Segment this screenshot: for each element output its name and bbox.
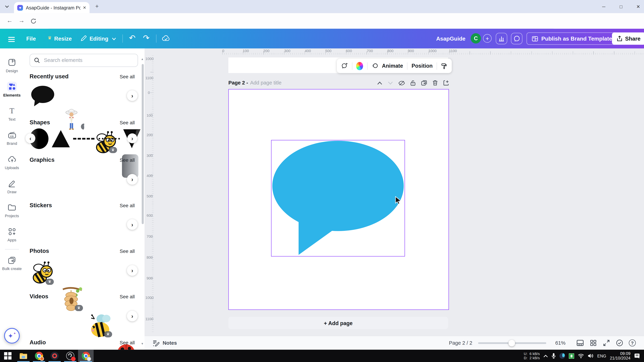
window-maximize-button[interactable]: □ [618,3,624,10]
speaker-icon[interactable] [588,354,594,358]
recently-used-next-button[interactable]: › [127,90,138,101]
sidebar-item-brand[interactable]: co Brand [0,130,24,146]
lock-page-icon[interactable] [410,80,416,86]
see-all-link[interactable]: See all [120,248,135,254]
paint-roller-icon[interactable] [441,62,447,70]
sidebar-item-elements[interactable]: Elements [0,82,24,97]
microphone-icon[interactable] [552,353,556,359]
sidebar-item-apps[interactable]: Apps [0,227,24,242]
animate-button[interactable]: Animate [382,63,403,69]
panel-scroll-down-icon[interactable]: ▼ [141,342,144,345]
see-all-link[interactable]: See all [120,157,135,163]
animate-icon[interactable] [372,62,378,69]
canvas-area[interactable]: 0 100 200 300 400 500 600 700 800 900 10… [144,48,644,336]
project-name[interactable]: AsapGuide [436,36,465,42]
new-tab-button[interactable]: + [95,3,98,9]
graphic-bee[interactable]: ♛ [30,260,55,286]
sidebar-item-uploads[interactable]: Uploads [0,154,24,170]
nightlight-icon[interactable] [560,353,565,359]
sidebar-item-draw[interactable]: Draw [0,179,24,194]
red-app-button[interactable] [47,350,62,362]
delete-page-icon[interactable] [432,80,438,86]
zoom-slider[interactable] [478,342,546,344]
pages-view-button[interactable] [576,339,584,347]
graphics-next-button[interactable]: › [127,174,138,185]
window-minimize-button[interactable]: ─ [600,3,607,10]
file-menu[interactable]: File [26,36,36,42]
shape-dotted-line[interactable] [98,138,120,141]
window-close-button[interactable]: ✕ [635,3,642,10]
ai-assistant-button[interactable]: ✦ ✦ [4,328,20,344]
search-input[interactable] [43,57,127,64]
graphic-bee-blue-wings[interactable]: ♛ [88,312,114,339]
add-page-icon[interactable] [443,80,449,86]
user-avatar[interactable]: C [471,33,481,43]
chrome-active-button[interactable] [78,350,94,362]
tray-expand-icon[interactable] [544,355,548,357]
sidebar-item-bulk-create[interactable]: Bulk create [0,255,24,271]
browser-tab[interactable]: ♥ AsapGuide - Instagram Post ✕ [14,2,90,13]
add-comment-icon[interactable] [342,62,348,69]
hide-page-icon[interactable] [398,80,405,86]
back-icon[interactable]: ← [7,17,13,24]
stickers-next-button[interactable]: › [127,219,138,230]
projects-folder-icon [8,204,16,211]
add-member-button[interactable]: + [483,34,492,43]
color-picker-icon[interactable] [356,62,363,70]
editing-mode-menu[interactable]: Editing [90,36,108,42]
publish-brand-template-button[interactable]: Publish as Brand Template [526,32,618,44]
clock[interactable]: 09:09 21/10/2024 [610,351,630,361]
see-all-link[interactable]: See all [120,340,135,346]
shapes-prev-button[interactable]: ‹ [26,133,35,143]
redo-icon[interactable]: ↷ [143,33,150,43]
see-all-link[interactable]: See all [120,203,135,208]
zoom-slider-thumb[interactable] [508,340,515,346]
insights-button[interactable] [496,33,507,44]
reload-icon[interactable] [30,18,36,24]
chrome-profile1-button[interactable] [31,350,47,362]
language-indicator[interactable]: ENG [597,354,606,358]
shape-dashed-line[interactable] [73,138,94,141]
sidebar-item-text[interactable]: T Text [0,106,24,121]
tab-close-icon[interactable]: ✕ [83,5,86,10]
see-all-link[interactable]: See all [120,74,135,79]
page-title-input[interactable]: Add page title [250,80,282,86]
move-page-up-icon[interactable] [377,81,382,85]
forward-icon[interactable]: → [18,17,25,24]
resize-menu[interactable]: Resize [54,36,72,42]
recent-speech-bubble-element[interactable] [30,84,55,107]
main-menu-icon[interactable] [8,36,15,43]
duplicate-page-icon[interactable] [421,80,427,86]
obs-button[interactable] [62,350,78,362]
speech-bubble-selection[interactable] [271,140,405,257]
panel-scroll-up-icon[interactable]: ▲ [141,57,144,60]
undo-icon[interactable]: ↶ [129,33,136,43]
start-button[interactable] [0,350,16,362]
recent-bee-element[interactable]: ♛ [93,131,118,154]
tab-search-chevron-icon[interactable] [5,5,9,8]
comments-button[interactable] [511,33,522,44]
help-button[interactable]: ? [629,340,636,347]
notes-button[interactable]: Notes [162,340,177,346]
videos-next-button[interactable]: › [127,311,138,322]
position-button[interactable]: Position [412,63,432,69]
sidebar-item-design[interactable]: Design [0,57,24,73]
file-explorer-button[interactable] [16,350,31,362]
see-all-link[interactable]: See all [120,120,135,126]
speech-bubble-element[interactable] [272,140,404,256]
photos-next-button[interactable]: › [127,265,138,276]
share-button[interactable]: Share [612,32,644,44]
shape-triangle[interactable] [51,129,71,148]
shapes-next-button[interactable]: › [128,133,137,143]
saved-status-button[interactable] [616,339,623,347]
tray-app-icon[interactable] [569,353,574,359]
panel-scrollbar[interactable] [142,64,144,224]
fullscreen-button[interactable] [602,339,610,347]
wifi-icon[interactable] [578,354,584,358]
grid-view-button[interactable] [590,339,597,347]
search-box[interactable] [30,54,138,67]
notification-center-icon[interactable] [634,353,640,359]
add-page-button[interactable]: + Add page [228,317,448,329]
sidebar-item-projects[interactable]: Projects [0,202,24,218]
see-all-link[interactable]: See all [120,294,135,300]
